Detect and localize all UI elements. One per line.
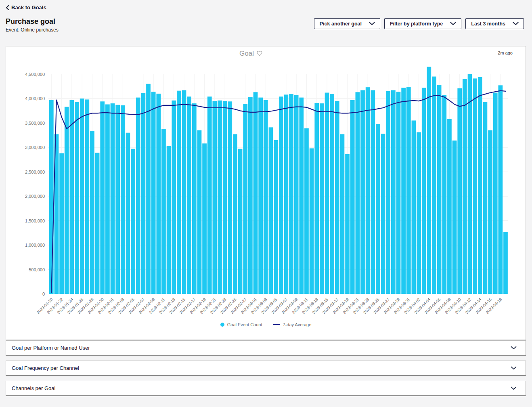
- bar-2023-04-06[interactable]: [437, 85, 442, 294]
- bar-2023-04-01[interactable]: [412, 120, 416, 294]
- bar-2023-02-11[interactable]: [161, 129, 166, 294]
- bar-2023-02-07[interactable]: [141, 93, 146, 294]
- bar-2023-03-19[interactable]: [345, 154, 350, 294]
- bar-2023-02-14[interactable]: [177, 91, 181, 294]
- bar-2023-04-09[interactable]: [452, 141, 457, 294]
- bar-2023-04-10[interactable]: [457, 88, 462, 294]
- bar-2023-01-20[interactable]: [49, 100, 54, 294]
- bar-2023-04-03[interactable]: [422, 88, 426, 294]
- bar-2023-03-16[interactable]: [330, 94, 334, 294]
- bar-2023-02-16[interactable]: [187, 97, 191, 294]
- bar-2023-02-19[interactable]: [202, 143, 207, 294]
- bar-2023-04-08[interactable]: [447, 119, 452, 294]
- bar-2023-03-24[interactable]: [371, 90, 375, 294]
- bar-2023-01-22[interactable]: [59, 153, 64, 294]
- bar-2023-02-17[interactable]: [192, 103, 197, 294]
- bar-2023-02-25[interactable]: [233, 134, 237, 294]
- chevron-down-icon: [513, 22, 519, 25]
- bar-2023-03-06[interactable]: [279, 97, 283, 294]
- bar-2023-03-13[interactable]: [314, 103, 319, 294]
- bar-2023-04-05[interactable]: [432, 77, 436, 294]
- accordion-goal-per-platform-or-named-user[interactable]: Goal per Platform or Named User: [6, 340, 526, 356]
- bar-2023-03-29[interactable]: [396, 92, 401, 294]
- bar-2023-02-08[interactable]: [146, 84, 151, 294]
- bar-2023-02-10[interactable]: [156, 94, 161, 294]
- bar-2023-02-06[interactable]: [136, 98, 140, 294]
- bar-2023-03-30[interactable]: [401, 88, 406, 294]
- dropdown-date-range[interactable]: Last 3 months: [465, 18, 524, 29]
- bar-2023-02-12[interactable]: [167, 146, 171, 294]
- bar-2023-01-29[interactable]: [95, 153, 100, 294]
- bar-2023-04-12[interactable]: [468, 74, 472, 294]
- bar-2023-01-28[interactable]: [90, 131, 94, 294]
- accordion-channels-per-goal[interactable]: Channels per Goal: [6, 381, 526, 396]
- bar-2023-01-27[interactable]: [85, 99, 89, 294]
- bar-2023-03-04[interactable]: [269, 127, 273, 294]
- bar-2023-03-10[interactable]: [299, 98, 304, 294]
- bar-2023-03-12[interactable]: [310, 148, 314, 294]
- bar-2023-01-31[interactable]: [105, 105, 110, 294]
- bar-2023-03-22[interactable]: [360, 90, 365, 294]
- bar-2023-02-27[interactable]: [243, 104, 247, 294]
- bar-2023-04-02[interactable]: [417, 132, 421, 294]
- bar-2023-03-21[interactable]: [356, 92, 360, 294]
- bar-2023-04-16[interactable]: [488, 130, 492, 294]
- bar-2023-04-07[interactable]: [442, 95, 446, 294]
- bar-2023-03-23[interactable]: [366, 87, 370, 294]
- bar-2023-02-18[interactable]: [197, 130, 202, 294]
- bar-2023-02-09[interactable]: [151, 92, 156, 294]
- bar-2023-04-17[interactable]: [493, 92, 498, 294]
- bar-2023-02-04[interactable]: [126, 133, 130, 294]
- bar-2023-03-17[interactable]: [335, 101, 339, 294]
- dropdown-pick-another-goal[interactable]: Pick another goal: [314, 18, 380, 29]
- bar-2023-03-05[interactable]: [274, 140, 278, 294]
- bar-2023-03-26[interactable]: [381, 134, 385, 294]
- bar-2023-01-23[interactable]: [65, 107, 69, 294]
- bar-2023-03-18[interactable]: [340, 134, 345, 294]
- bar-2023-02-28[interactable]: [248, 97, 253, 294]
- bar-2023-03-25[interactable]: [376, 124, 380, 294]
- bar-2023-03-09[interactable]: [294, 95, 299, 294]
- bar-2023-03-28[interactable]: [391, 90, 396, 294]
- bar-2023-04-19[interactable]: [503, 232, 508, 294]
- legend-item-goal-event-count: Goal Event Count: [220, 322, 262, 327]
- dropdown-filter-by-platform-type[interactable]: Filter by platform type: [384, 18, 461, 29]
- bar-2023-02-22[interactable]: [218, 101, 222, 294]
- bar-2023-02-24[interactable]: [228, 101, 232, 294]
- back-to-goals-link[interactable]: Back to Goals: [6, 4, 46, 10]
- bar-2023-04-14[interactable]: [478, 77, 482, 294]
- bar-2023-04-11[interactable]: [463, 79, 467, 294]
- bar-2023-03-01[interactable]: [253, 92, 258, 294]
- bar-2023-04-04[interactable]: [427, 67, 431, 294]
- bar-2023-03-02[interactable]: [258, 98, 263, 294]
- bar-2023-02-26[interactable]: [238, 149, 243, 294]
- favorite-heart-icon[interactable]: [257, 51, 262, 56]
- bar-2023-02-15[interactable]: [182, 90, 186, 294]
- bar-2023-04-18[interactable]: [498, 85, 503, 294]
- bar-2023-02-20[interactable]: [207, 97, 212, 294]
- bar-2023-04-13[interactable]: [473, 78, 477, 294]
- accordion-goal-frequency-per-channel[interactable]: Goal Frequency per Channel: [6, 361, 526, 376]
- bar-2023-02-03[interactable]: [121, 105, 125, 294]
- bar-2023-02-21[interactable]: [213, 101, 217, 294]
- bar-2023-03-15[interactable]: [325, 92, 329, 294]
- bar-2023-02-05[interactable]: [131, 149, 135, 294]
- bar-2023-03-07[interactable]: [284, 94, 289, 294]
- bar-2023-04-15[interactable]: [483, 102, 488, 294]
- bar-2023-01-25[interactable]: [75, 102, 79, 294]
- bar-2023-03-14[interactable]: [320, 103, 324, 294]
- bar-2023-01-26[interactable]: [80, 99, 84, 294]
- bar-2023-02-02[interactable]: [115, 105, 120, 294]
- bar-2023-03-20[interactable]: [350, 100, 355, 294]
- bar-2023-02-13[interactable]: [172, 101, 176, 294]
- bar-2023-01-24[interactable]: [70, 100, 74, 294]
- bar-2023-03-11[interactable]: [304, 128, 309, 294]
- bar-2023-02-23[interactable]: [223, 101, 227, 294]
- y-axis-tick-label: 2,000,000: [25, 194, 45, 199]
- bar-2023-03-31[interactable]: [406, 87, 411, 294]
- bar-2023-03-08[interactable]: [289, 94, 293, 294]
- bar-2023-03-27[interactable]: [386, 91, 390, 294]
- bar-2023-03-03[interactable]: [264, 100, 268, 294]
- bar-2023-02-01[interactable]: [111, 103, 115, 294]
- bar-2023-01-30[interactable]: [100, 101, 105, 294]
